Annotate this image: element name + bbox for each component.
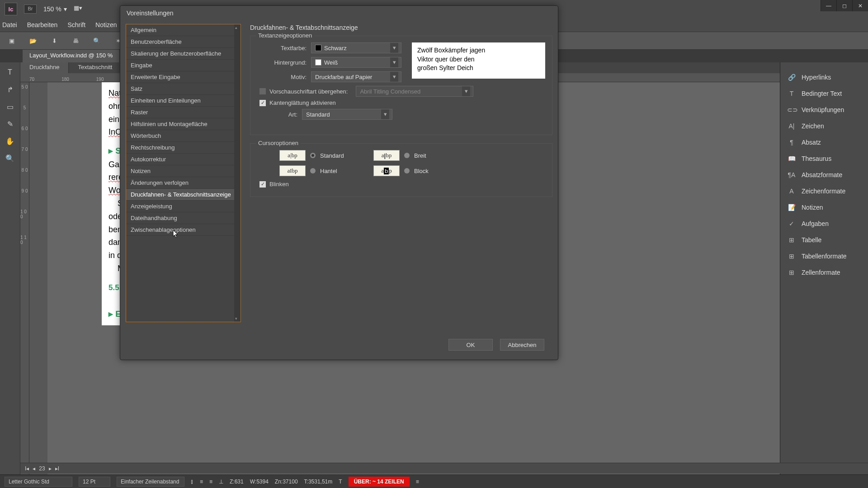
cursor-hantel-icon: aIbp: [279, 165, 306, 176]
blink-label: Blinken: [269, 181, 289, 188]
panel-item-icon: ¶A: [787, 171, 796, 178]
maximize-button[interactable]: ◻: [836, 0, 852, 11]
columns-icon[interactable]: ⫿: [191, 479, 193, 485]
panel-item[interactable]: AZeichenformate: [780, 183, 868, 199]
category-item[interactable]: Notizen: [126, 165, 241, 177]
page-number[interactable]: 23: [39, 465, 45, 472]
category-item[interactable]: Zwischenablageoptionen: [126, 224, 241, 236]
cursor-breit-label: Breit: [414, 152, 449, 159]
category-list[interactable]: AllgemeinBenutzeroberflächeSkalierung de…: [126, 24, 241, 322]
panel-item[interactable]: ⊂⊃Verknüpfungen: [780, 102, 868, 118]
nav-prev-icon[interactable]: ◂: [33, 465, 35, 472]
category-item[interactable]: Autokorrektur: [126, 154, 241, 165]
panel-item[interactable]: 📝Notizen: [780, 199, 868, 216]
view-tab-story[interactable]: Textabschnitt: [69, 62, 122, 73]
hand-tool-icon[interactable]: ✋: [4, 135, 16, 147]
category-item[interactable]: Änderungen verfolgen: [126, 177, 241, 189]
panel-item[interactable]: ¶Absatz: [780, 134, 868, 150]
view-tab-galley[interactable]: Druckfahne: [20, 62, 69, 73]
open-icon[interactable]: 📂: [28, 36, 38, 46]
antialias-type-dropdown[interactable]: Standard: [302, 109, 392, 120]
zoom-tool-icon[interactable]: 🔍: [4, 152, 16, 164]
left-toolbox: T ↱ ▭ ✎ ✋ 🔍: [0, 62, 20, 474]
category-item[interactable]: Benutzeroberfläche: [126, 36, 241, 48]
category-item[interactable]: Eingabe: [126, 60, 241, 71]
category-item[interactable]: Rechtschreibung: [126, 142, 241, 154]
panel-item-label: Notizen: [802, 204, 823, 211]
cancel-button[interactable]: Abbrechen: [500, 339, 544, 351]
category-item[interactable]: Anzeigeleistung: [126, 201, 241, 212]
menu-file[interactable]: Datei: [2, 21, 17, 28]
stat-zn: Zn:37100: [275, 479, 298, 485]
panel-item-icon: ¶: [787, 139, 796, 146]
panel-item[interactable]: ¶AAbsatzformate: [780, 167, 868, 183]
panel-item-label: Hyperlinks: [802, 74, 831, 81]
save-icon[interactable]: ⬇: [49, 36, 59, 46]
document-tab[interactable]: Layout_Workflow.indd @ 150 %: [23, 50, 119, 62]
size-select[interactable]: 12 Pt: [79, 477, 110, 487]
cursor-block-radio[interactable]: [404, 168, 410, 174]
nav-next-icon[interactable]: ▸: [49, 465, 52, 472]
view-mode-icon[interactable]: ▦▾: [74, 5, 83, 14]
cursor-standard-radio[interactable]: [310, 153, 316, 158]
justify-icon[interactable]: ≡: [209, 479, 212, 485]
category-item[interactable]: Skalierung der Benutzeroberfläche: [126, 48, 241, 60]
category-item[interactable]: Allgemein: [126, 24, 241, 36]
override-font-checkbox[interactable]: [259, 88, 266, 94]
panel-item[interactable]: 📖Thesaurus: [780, 150, 868, 167]
category-item[interactable]: Hilfslinien und Montagefläche: [126, 118, 241, 130]
font-select[interactable]: Letter Gothic Std: [5, 477, 72, 487]
category-item[interactable]: Dateihandhabung: [126, 212, 241, 224]
category-item[interactable]: Einheiten und Einteilungen: [126, 95, 241, 107]
blink-checkbox[interactable]: ✓: [259, 181, 266, 188]
category-item[interactable]: Erweiterte Eingabe: [126, 71, 241, 83]
panel-item[interactable]: ✓Aufgaben: [780, 216, 868, 232]
bridge-badge[interactable]: Br: [24, 5, 37, 14]
panel-item[interactable]: ⊞Zellenformate: [780, 264, 868, 281]
leading-select[interactable]: Einfacher Zeilenabstand: [117, 477, 184, 487]
textcolor-label: Textfarbe:: [257, 45, 307, 52]
minimize-button[interactable]: —: [821, 0, 836, 11]
zoom-select[interactable]: 150 %: [43, 5, 67, 13]
panel-item[interactable]: 🔗Hyperlinks: [780, 69, 868, 85]
category-item[interactable]: Satz: [126, 83, 241, 95]
cursor-hantel-radio[interactable]: [310, 168, 316, 174]
menu-type[interactable]: Schrift: [67, 21, 85, 28]
menu-notes[interactable]: Notizen: [95, 21, 117, 28]
panel-item-icon: ⊞: [787, 253, 796, 260]
cursor-hantel-label: Hantel: [320, 168, 355, 174]
type-tool-icon[interactable]: T: [4, 66, 16, 79]
close-button[interactable]: ✕: [852, 0, 868, 11]
text-display-options-group: Textanzeigeoptionen Textfarbe: Schwarz H…: [250, 36, 552, 135]
category-item[interactable]: Druckfahnen- & Textabschnittsanzeige: [126, 189, 241, 201]
nav-first-icon[interactable]: I◂: [25, 465, 29, 472]
menu-edit[interactable]: Bearbeiten: [27, 21, 58, 28]
position-tool-icon[interactable]: ↱: [4, 83, 16, 96]
textcolor-dropdown[interactable]: Schwarz: [311, 42, 401, 53]
category-item[interactable]: Wörterbuch: [126, 130, 241, 142]
right-panel-group: 🔗HyperlinksTBedingter Text⊂⊃Verknüpfunge…: [780, 62, 868, 474]
panel-item-label: Tabellenformate: [802, 253, 847, 260]
note-tool-icon[interactable]: ▭: [4, 100, 16, 113]
panel-item-label: Absatzformate: [802, 171, 842, 178]
print-icon[interactable]: 🖶: [71, 36, 80, 46]
align-icon[interactable]: ≡: [200, 479, 203, 485]
background-dropdown[interactable]: Weiß: [311, 57, 401, 68]
ok-button[interactable]: OK: [448, 339, 493, 351]
panel-item[interactable]: ⊞Tabelle: [780, 232, 868, 248]
panel-item[interactable]: ⊞Tabellenformate: [780, 248, 868, 264]
antialias-checkbox[interactable]: ✓: [259, 100, 266, 106]
category-item[interactable]: Raster: [126, 107, 241, 118]
nav-last-icon[interactable]: ▸I: [55, 465, 59, 472]
panel-item[interactable]: TBedingter Text: [780, 85, 868, 102]
panel-item[interactable]: A|Zeichen: [780, 118, 868, 134]
scrollbar[interactable]: [234, 24, 241, 322]
cursor-breit-radio[interactable]: [404, 153, 410, 158]
new-icon[interactable]: ▣: [7, 36, 17, 46]
panel-item-label: Zeichen: [802, 122, 824, 130]
menu-icon[interactable]: ≡: [416, 479, 419, 485]
search-icon[interactable]: 🔍: [92, 36, 102, 46]
eyedropper-tool-icon[interactable]: ✎: [4, 117, 16, 130]
theme-dropdown[interactable]: Druckfarbe auf Papier: [311, 71, 401, 82]
override-font-dropdown: Abril Titling Condensed: [356, 86, 473, 97]
